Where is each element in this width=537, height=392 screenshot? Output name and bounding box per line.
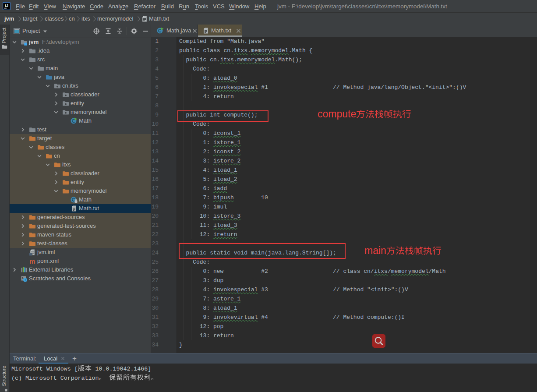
svg-text:IJ: IJ bbox=[5, 3, 8, 8]
svg-text:m: m bbox=[29, 258, 35, 265]
